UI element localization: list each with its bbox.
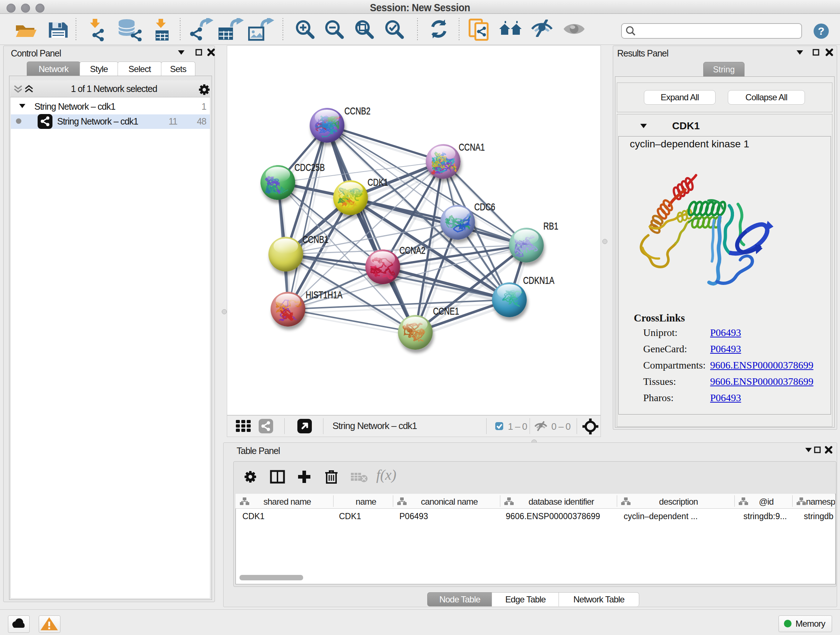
svg-text:?: ? — [818, 25, 824, 37]
